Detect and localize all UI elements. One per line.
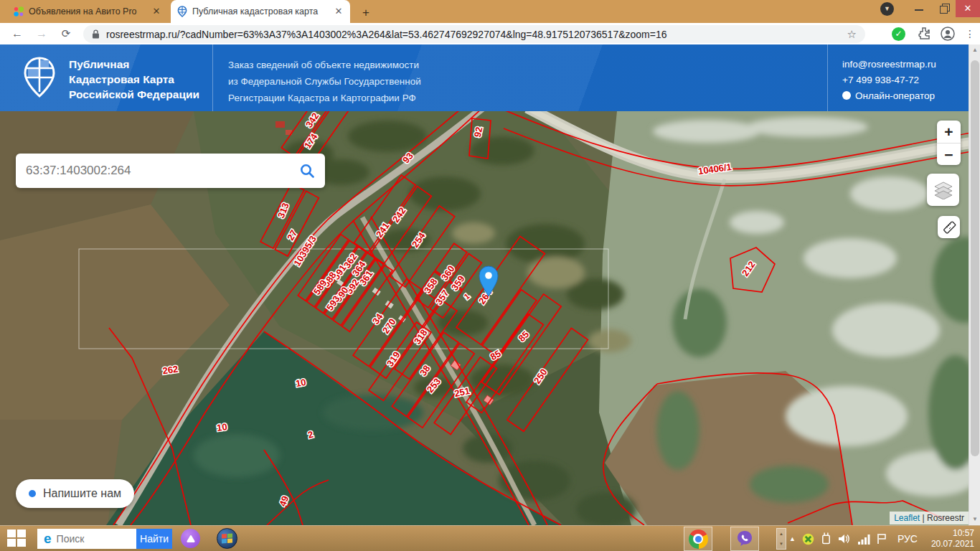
url-text: rosreestrmap.ru/?cadNumber=63%3A37%3A140… <box>106 29 842 40</box>
system-tray: ▲ РУС <box>789 526 918 551</box>
tab-pkk[interactable]: Публичная кадастровая карта ✕ <box>171 0 350 23</box>
profile-avatar-icon[interactable] <box>941 27 955 41</box>
clock-date: 20.07.2021 <box>931 539 974 550</box>
minimize-button[interactable] <box>907 0 931 17</box>
online-operator-link[interactable]: Онлайн-оператор <box>842 88 936 104</box>
padlock-icon <box>92 29 100 39</box>
windows-orb-icon[interactable] <box>217 528 237 549</box>
close-button[interactable]: ✕ <box>956 0 980 17</box>
layers-button[interactable] <box>927 174 959 206</box>
viber-icon <box>735 529 754 548</box>
taskbar-clock[interactable]: 10:57 20.07.2021 <box>931 528 974 550</box>
browser-toolbar: ← → ⟳ rosreestrmap.ru/?cadNumber=63%3A37… <box>0 23 980 44</box>
restore-button[interactable] <box>931 0 956 17</box>
zoom-in-button[interactable]: + <box>937 121 961 143</box>
scrollbar-thumb[interactable] <box>971 60 979 456</box>
new-tab-button[interactable]: + <box>357 5 374 22</box>
leaflet-link[interactable]: Leaflet <box>894 513 920 523</box>
power-plug-tray-icon[interactable] <box>821 532 831 545</box>
map-attribution: Leaflet | Rosreestr <box>890 512 969 524</box>
map-container: 342174939210406/13132710395/324224125436… <box>0 111 980 525</box>
tab-avito[interactable]: Объявления на Авито Pro ✕ <box>7 0 168 23</box>
cadastral-search-box <box>16 154 325 188</box>
edge-icon: e <box>44 531 52 547</box>
taskbar: e Найти ▲▼ ▲ <box>0 525 980 551</box>
site-header: Публичная Кадастровая Карта Российской Ф… <box>0 44 980 111</box>
zoom-control: + − <box>937 121 961 165</box>
operator-dot-icon <box>842 91 851 100</box>
volume-tray-icon[interactable] <box>838 533 851 545</box>
tray-expand-icon[interactable]: ▲ <box>789 535 796 542</box>
parcel-label: 10 <box>216 421 227 433</box>
start-button[interactable] <box>7 529 29 548</box>
taskbar-scroll-widget[interactable]: ▲▼ <box>776 528 786 550</box>
site-title: Публичная Кадастровая Карта Российской Ф… <box>69 57 199 102</box>
back-button[interactable]: ← <box>9 25 26 42</box>
clock-time: 10:57 <box>931 528 974 539</box>
pkk-favicon-icon <box>176 6 188 17</box>
rosreestr-link[interactable]: Rosreestr <box>927 513 964 523</box>
window-controls: ▼ ✕ <box>880 0 980 17</box>
chrome-task-button[interactable] <box>684 527 712 551</box>
tab-title: Объявления на Авито Pro <box>29 6 146 17</box>
header-divider <box>827 44 828 111</box>
reload-button[interactable]: ⟳ <box>57 25 75 42</box>
avito-favicon-icon <box>13 6 24 17</box>
parcel-label: 262 <box>162 364 179 377</box>
taskbar-search-input[interactable] <box>57 533 121 545</box>
parcel-label: 10 <box>295 377 307 389</box>
cadastral-search-input[interactable] <box>26 164 299 178</box>
tab-close-icon[interactable]: ✕ <box>151 6 162 17</box>
extensions-puzzle-icon[interactable] <box>918 27 930 39</box>
forward-button[interactable]: → <box>33 25 50 42</box>
contact-phone[interactable]: +7 499 938-47-72 <box>842 72 936 88</box>
tab-close-icon[interactable]: ✕ <box>333 6 344 17</box>
menu-dots-icon[interactable]: ⋮ <box>961 25 979 42</box>
profile-chevron-icon[interactable]: ▼ <box>880 2 894 16</box>
layers-icon <box>933 181 953 199</box>
measure-button[interactable] <box>938 216 960 238</box>
site-subtitle: Заказ сведений об объекте недвижимости и… <box>228 57 421 106</box>
header-divider <box>212 44 213 111</box>
extension-check-icon[interactable]: ✓ <box>892 27 905 41</box>
pkk-logo-icon[interactable] <box>22 56 57 99</box>
parcel-label: 92 <box>472 126 485 138</box>
action-center-flag-icon[interactable] <box>877 533 887 545</box>
header-contacts: info@rosreestrmap.ru +7 499 938-47-72 Он… <box>842 57 936 104</box>
find-button[interactable]: Найти <box>136 529 172 549</box>
network-signal-tray-icon[interactable] <box>857 534 870 545</box>
omnibox[interactable]: rosreestrmap.ru/?cadNumber=63%3A37%3A140… <box>83 25 865 43</box>
contact-email[interactable]: info@rosreestrmap.ru <box>842 57 936 72</box>
viber-task-button[interactable] <box>730 527 759 551</box>
chrome-icon <box>689 529 708 549</box>
scroll-up-icon[interactable]: ▲ <box>969 44 980 56</box>
chat-dot-icon <box>29 490 36 497</box>
browser-titlebar: Объявления на Авито Pro ✕ Публичная када… <box>0 0 980 23</box>
search-icon[interactable] <box>299 163 315 179</box>
scroll-down-icon[interactable]: ▼ <box>969 514 980 525</box>
tab-title: Публичная кадастровая карта <box>192 6 329 17</box>
bookmark-star-icon[interactable]: ☆ <box>847 28 857 41</box>
zoom-out-button[interactable]: − <box>937 143 961 165</box>
alice-assistant-icon[interactable] <box>181 529 200 548</box>
language-indicator[interactable]: РУС <box>897 533 918 545</box>
write-us-button[interactable]: Напишите нам <box>16 479 134 508</box>
ruler-icon <box>942 220 956 235</box>
page-scrollbar[interactable]: ▲ ▼ <box>969 44 980 525</box>
antivirus-tray-icon[interactable] <box>802 533 814 545</box>
taskbar-search: e <box>37 529 136 549</box>
